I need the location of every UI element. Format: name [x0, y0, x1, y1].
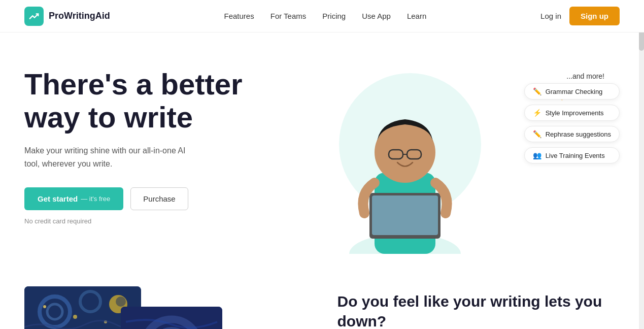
nav-pricing[interactable]: Pricing	[322, 12, 346, 20]
chip-rephrase: ✏️ Rephrase suggestions	[524, 126, 620, 142]
hero-right: ...and more! ✦ ✏️ Grammar Checking ⚡ Sty…	[309, 63, 620, 256]
image-collage: My idea in my head	[24, 286, 307, 329]
section2-heading: Do you feel like your writing lets you d…	[337, 291, 620, 329]
logo-link[interactable]: ProWritingAid	[24, 7, 110, 26]
navbar: ProWritingAid Features For Teams Pricing…	[0, 0, 644, 32]
get-started-button[interactable]: Get started — it's free	[24, 187, 123, 210]
svg-point-15	[73, 315, 77, 319]
svg-point-13	[116, 297, 126, 307]
and-more-text: ...and more!	[566, 72, 604, 80]
login-button[interactable]: Log in	[540, 12, 561, 20]
nav-learn[interactable]: Learn	[407, 12, 426, 20]
section-right: Do you feel like your writing lets you d…	[337, 286, 620, 329]
hero-title: There's a better way to write	[24, 68, 309, 134]
hero-buttons: Get started — it's free Purchase	[24, 187, 309, 210]
logo-text: ProWritingAid	[49, 11, 110, 21]
feature-chips: ✏️ Grammar Checking ⚡ Style Improvements…	[524, 83, 620, 163]
chip-training: 👥 Live Training Events	[524, 147, 620, 163]
svg-rect-7	[372, 195, 438, 235]
collage-front-image	[121, 307, 222, 329]
nav-features[interactable]: Features	[224, 12, 254, 20]
hero-subtitle: Make your writing shine with our all-in-…	[24, 144, 197, 170]
scrollbar[interactable]	[639, 0, 644, 329]
chip-style: ⚡ Style Improvements	[524, 105, 620, 121]
no-credit-card-text: No credit card required	[24, 217, 309, 225]
purchase-button[interactable]: Purchase	[130, 187, 188, 210]
nav-links: Features For Teams Pricing Use App Learn	[224, 12, 427, 21]
nav-use-app[interactable]: Use App	[362, 12, 391, 20]
lightning-icon: ⚡	[533, 109, 541, 117]
people-icon: 👥	[533, 151, 541, 159]
signup-button[interactable]: Sign up	[569, 7, 620, 25]
logo-icon	[24, 7, 44, 26]
section-bottom: My idea in my head Do you feel like your…	[0, 276, 644, 329]
hero-section: There's a better way to write Make your …	[0, 32, 644, 276]
edit-icon: ✏️	[533, 130, 541, 138]
pencil-icon: ✏️	[533, 87, 541, 95]
hero-left: There's a better way to write Make your …	[24, 63, 309, 225]
chip-grammar: ✏️ Grammar Checking	[524, 83, 620, 100]
svg-point-14	[43, 305, 46, 308]
nav-for-teams[interactable]: For Teams	[270, 12, 307, 20]
nav-actions: Log in Sign up	[540, 7, 620, 25]
